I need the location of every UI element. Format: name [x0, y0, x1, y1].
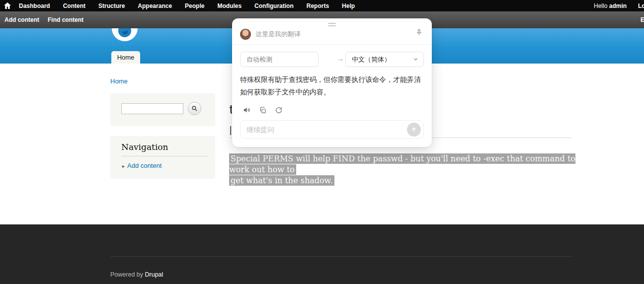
body-text-fragment: | — [229, 125, 232, 135]
nav-item-add-content[interactable]: ▸Add content — [122, 162, 161, 169]
arrow-up-icon — [410, 126, 417, 133]
breadcrumb-home-link[interactable]: Home — [110, 77, 128, 85]
home-icon[interactable] — [4, 2, 11, 9]
username: admin — [609, 2, 627, 9]
logout-link[interactable]: Log out — [638, 2, 644, 9]
tab-home[interactable]: Home — [111, 51, 140, 64]
source-language-select[interactable]: 自动检测 — [240, 52, 319, 67]
menu-people[interactable]: People — [185, 2, 204, 9]
menu-help[interactable]: Help — [342, 2, 355, 9]
powered-by: Powered by Drupal — [110, 271, 163, 278]
search-block — [110, 93, 215, 126]
language-row: 自动检测 → 中文（简体） — [240, 52, 424, 67]
triangle-bullet-icon: ▸ — [122, 163, 125, 169]
menu-reports[interactable]: Reports — [307, 2, 329, 9]
menu-dashboard[interactable]: Dashboard — [19, 2, 50, 9]
drupal-link[interactable]: Drupal — [145, 271, 163, 278]
translation-tools — [242, 106, 283, 114]
menu-content[interactable]: Content — [63, 2, 85, 9]
page: Dashboard Content Structure Appearance P… — [0, 0, 644, 284]
admin-menu: Dashboard Content Structure Appearance P… — [19, 2, 355, 9]
speaker-icon[interactable] — [242, 106, 251, 114]
search-icon — [191, 105, 198, 112]
translator-popup: 这里是我的翻译 自动检测 → 中文（简体） 特殊权限有助于查找密码，但你需要执行… — [232, 18, 432, 147]
navigation-block: Navigation ▸Add content — [110, 136, 215, 179]
admin-toolbar: Dashboard Content Structure Appearance P… — [0, 0, 644, 11]
search-button[interactable] — [188, 102, 201, 115]
pin-icon[interactable] — [415, 29, 423, 36]
copy-icon[interactable] — [259, 106, 267, 114]
menu-modules[interactable]: Modules — [217, 2, 242, 9]
selected-text-line2: get what's in the shadow. — [229, 175, 334, 186]
shortcut-find-content[interactable]: Find content — [48, 16, 83, 23]
user-greeting: Hello admin — [594, 2, 627, 9]
chevron-down-icon — [413, 57, 418, 62]
regenerate-icon[interactable] — [275, 106, 283, 114]
follow-up-box — [240, 120, 424, 139]
menu-appearance[interactable]: Appearance — [138, 2, 172, 9]
footer-divider — [110, 256, 571, 257]
translation-text: 特殊权限有助于查找密码，但你需要执行该命令，才能弄清如何获取影子文件中的内容。 — [240, 73, 425, 98]
send-button[interactable] — [407, 123, 421, 137]
popup-title: 这里是我的翻译 — [255, 30, 301, 39]
target-language-select[interactable]: 中文（简体） — [345, 52, 424, 67]
menu-configuration[interactable]: Configuration — [254, 2, 294, 9]
search-input[interactable] — [121, 103, 183, 114]
follow-up-input[interactable] — [241, 126, 407, 134]
menu-structure[interactable]: Structure — [98, 2, 125, 9]
footer: Powered by Drupal — [0, 224, 644, 284]
shortcut-add-content[interactable]: Add content — [4, 16, 39, 23]
assistant-avatar — [240, 29, 251, 40]
navigation-divider — [121, 156, 209, 156]
navigation-title: Navigation — [121, 142, 168, 152]
edit-shortcuts-link[interactable]: Edit shortcuts — [641, 16, 644, 23]
arrow-right-icon: → — [336, 54, 344, 63]
popup-header-divider — [232, 44, 432, 45]
selected-hint-text: Special PERMS will help FIND the passwd … — [229, 153, 577, 186]
popup-header: 这里是我的翻译 — [240, 26, 424, 42]
selected-text-line1: Special PERMS will help FIND the passwd … — [229, 153, 575, 175]
